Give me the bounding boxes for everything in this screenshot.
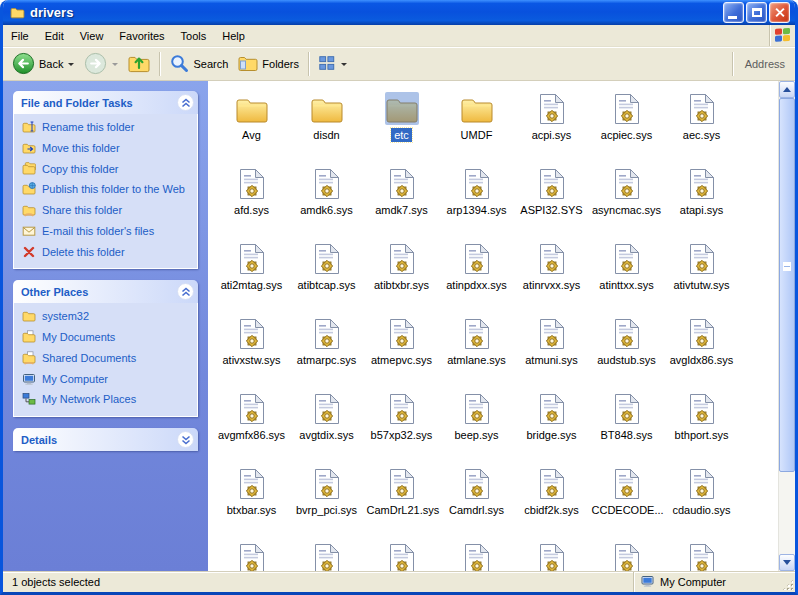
sidebar-item[interactable]: Shared Documents [22, 352, 191, 366]
maximize-button[interactable] [746, 2, 767, 23]
sidebar-item[interactable]: Share this folder [22, 204, 191, 218]
file-item[interactable]: amdk7.sys [364, 162, 439, 237]
file-item[interactable]: afd.sys [214, 162, 289, 237]
file-item[interactable]: avgmfx86.sys [214, 387, 289, 462]
sidebar-item[interactable]: Move this folder [22, 142, 191, 156]
search-button[interactable]: Search [164, 51, 233, 77]
menu-help[interactable]: Help [214, 27, 253, 45]
title-bar[interactable]: drivers [3, 0, 795, 25]
file-item[interactable]: atibtxbr.sys [364, 237, 439, 312]
folder-item[interactable]: etc [364, 87, 439, 162]
collapse-section-button[interactable] [177, 94, 194, 111]
file-item[interactable]: atibtcap.sys [289, 237, 364, 312]
file-item[interactable] [364, 537, 439, 571]
file-item[interactable]: arp1394.sys [439, 162, 514, 237]
file-item[interactable]: atmlane.sys [439, 312, 514, 387]
sidebar-item[interactable]: My Network Places [22, 393, 191, 407]
file-item[interactable] [664, 537, 739, 571]
file-item[interactable]: ASPI32.SYS [514, 162, 589, 237]
vertical-scrollbar[interactable] [778, 81, 795, 571]
file-item[interactable]: avgtdix.sys [289, 387, 364, 462]
file-item[interactable]: btxbar.sys [214, 462, 289, 537]
file-item[interactable]: cbidf2k.sys [514, 462, 589, 537]
menu-view[interactable]: View [72, 27, 112, 45]
close-button[interactable] [769, 2, 790, 23]
file-item[interactable]: atinrvxx.sys [514, 237, 589, 312]
forward-button[interactable] [79, 50, 123, 79]
file-item[interactable]: atinpdxx.sys [439, 237, 514, 312]
scroll-down-icon [783, 560, 791, 565]
menu-favorites[interactable]: Favorites [111, 27, 172, 45]
file-item[interactable]: bthport.sys [664, 387, 739, 462]
file-item[interactable]: beep.sys [439, 387, 514, 462]
file-label: UMDF [458, 128, 496, 142]
file-item[interactable]: atmarpc.sys [289, 312, 364, 387]
section-header[interactable]: File and Folder Tasks [13, 91, 198, 114]
file-item[interactable]: avgldx86.sys [664, 312, 739, 387]
file-item[interactable]: atmepvc.sys [364, 312, 439, 387]
file-item[interactable] [289, 537, 364, 571]
minimize-button[interactable] [723, 2, 744, 23]
back-button[interactable]: Back [7, 50, 79, 79]
collapse-section-button[interactable] [177, 283, 194, 300]
folder-item[interactable]: Avg [214, 87, 289, 162]
scrollbar-thumb[interactable] [779, 98, 795, 472]
file-item[interactable] [439, 537, 514, 571]
folder-item[interactable]: UMDF [439, 87, 514, 162]
file-label: ativtutw.sys [670, 278, 732, 292]
folder-item[interactable]: disdn [289, 87, 364, 162]
sys-file-icon [239, 167, 265, 200]
up-button[interactable] [123, 51, 155, 77]
file-item[interactable] [214, 537, 289, 571]
scroll-down-button[interactable] [779, 554, 795, 571]
views-dropdown-icon[interactable] [341, 63, 347, 66]
menu-tools[interactable]: Tools [173, 27, 215, 45]
file-item[interactable]: aec.sys [664, 87, 739, 162]
menu-file[interactable]: File [3, 27, 37, 45]
expand-section-button[interactable] [177, 431, 194, 448]
file-item[interactable]: cdaudio.sys [664, 462, 739, 537]
sidebar-item[interactable]: My Documents [22, 331, 191, 345]
file-item[interactable]: CCDECODE... [589, 462, 664, 537]
menu-edit[interactable]: Edit [37, 27, 72, 45]
file-item[interactable]: b57xp32.sys [364, 387, 439, 462]
file-item[interactable]: bvrp_pci.sys [289, 462, 364, 537]
file-item[interactable]: atapi.sys [664, 162, 739, 237]
sidebar-item[interactable]: Rename this folder [22, 121, 191, 135]
file-label: avgldx86.sys [667, 353, 737, 367]
sidebar-item[interactable]: E-mail this folder's files [22, 225, 191, 239]
back-dropdown-icon[interactable] [68, 63, 74, 66]
file-item[interactable]: asyncmac.sys [589, 162, 664, 237]
sidebar-item[interactable]: system32 [22, 310, 191, 324]
file-label: atmarpc.sys [294, 353, 359, 367]
section-header[interactable]: Other Places [13, 280, 198, 303]
file-item[interactable]: acpi.sys [514, 87, 589, 162]
file-item[interactable]: audstub.sys [589, 312, 664, 387]
sys-file-icon [539, 467, 565, 500]
sidebar-item[interactable]: Copy this folder [22, 163, 191, 177]
file-item[interactable]: ati2mtag.sys [214, 237, 289, 312]
file-item[interactable]: CamDrL21.sys [364, 462, 439, 537]
resize-grip[interactable] [781, 572, 795, 592]
file-item[interactable]: BT848.sys [589, 387, 664, 462]
file-item[interactable]: Camdrl.sys [439, 462, 514, 537]
folders-button[interactable]: Folders [233, 52, 304, 76]
file-item[interactable]: ativtutw.sys [664, 237, 739, 312]
scrollbar-track[interactable] [779, 98, 795, 554]
scroll-up-button[interactable] [779, 81, 795, 98]
file-item[interactable] [589, 537, 664, 571]
section-header[interactable]: Details [13, 428, 198, 451]
views-button[interactable] [313, 52, 352, 76]
sys-file-icon [389, 467, 415, 500]
sidebar-item[interactable]: My Computer [22, 373, 191, 387]
file-item[interactable] [514, 537, 589, 571]
file-item[interactable]: bridge.sys [514, 387, 589, 462]
sidebar-item[interactable]: Delete this folder [22, 246, 191, 260]
sidebar-item[interactable]: Publish this folder to the Web [22, 183, 191, 197]
file-item[interactable]: ativxstw.sys [214, 312, 289, 387]
file-item[interactable]: amdk6.sys [289, 162, 364, 237]
file-item[interactable]: acpiec.sys [589, 87, 664, 162]
forward-dropdown-icon[interactable] [112, 63, 118, 66]
file-item[interactable]: atinttxx.sys [589, 237, 664, 312]
file-item[interactable]: atmuni.sys [514, 312, 589, 387]
